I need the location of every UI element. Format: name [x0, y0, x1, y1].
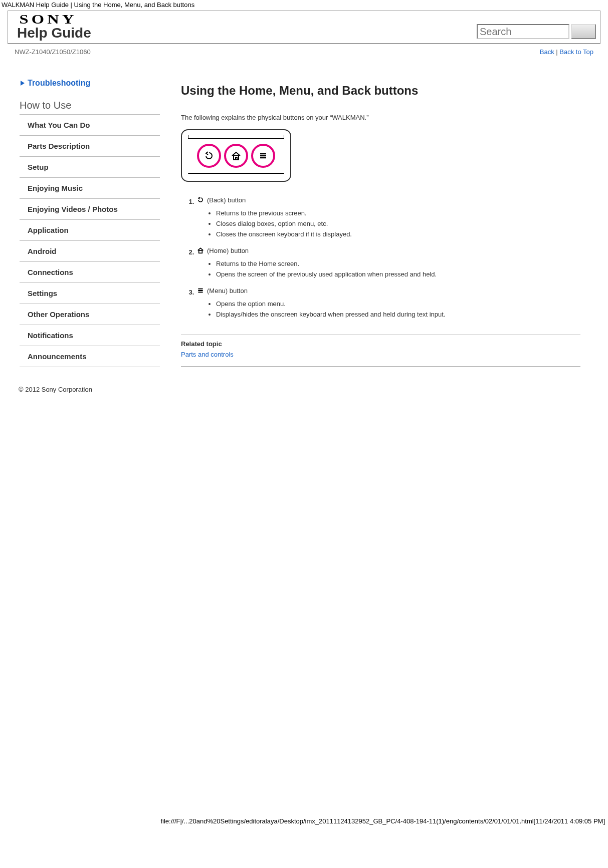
button-label: (Home) button [207, 247, 249, 254]
sidebar-item[interactable]: Settings [20, 283, 160, 304]
svg-rect-2 [236, 157, 237, 160]
sidebar-item[interactable]: Other Operations [20, 304, 160, 325]
sidebar-item[interactable]: Connections [20, 262, 160, 283]
sidebar: Troubleshooting How to Use What You Can … [13, 79, 160, 367]
sidebar-item[interactable]: Application [20, 220, 160, 241]
model-number: NWZ-Z1040/Z1050/Z1060 [15, 48, 91, 56]
sidebar-nav: What You Can Do Parts Description Setup … [20, 114, 160, 367]
sidebar-item[interactable]: Notifications [20, 325, 160, 346]
divider [181, 366, 580, 367]
sidebar-item[interactable]: Android [20, 241, 160, 262]
bullet: Returns to the Home screen. [216, 258, 580, 269]
intro-text: The following explains the physical butt… [181, 114, 580, 121]
button-label: (Menu) button [207, 287, 248, 295]
home-button-icon [224, 144, 248, 168]
copyright: © 2012 Sony Corporation [8, 372, 600, 393]
footer-path: file:///F|/...20and%20Settings/editorala… [160, 817, 605, 825]
bullet: Opens the screen of the previously used … [216, 269, 580, 279]
divider [181, 335, 580, 335]
sidebar-item[interactable]: Enjoying Videos / Photos [20, 199, 160, 220]
bullet: Returns to the previous screen. [216, 208, 580, 218]
sidebar-item[interactable]: Enjoying Music [20, 178, 160, 199]
sidebar-item[interactable]: Setup [20, 157, 160, 178]
back-to-top-link[interactable]: Back to Top [559, 48, 593, 56]
bullet: Closes dialog boxes, option menu, etc. [216, 218, 580, 229]
bullet: Opens the option menu. [216, 299, 580, 309]
related-topic-title: Related topic [181, 340, 580, 348]
list-item: (Back) button Returns to the previous sc… [196, 194, 580, 244]
svg-rect-6 [199, 250, 202, 253]
sidebar-item[interactable]: Parts Description [20, 136, 160, 157]
svg-marker-0 [21, 81, 25, 86]
bullet: Closes the onscreen keyboard if it is di… [216, 229, 580, 239]
related-link[interactable]: Parts and controls [181, 351, 234, 358]
separator: | [554, 48, 560, 56]
search-input[interactable] [477, 24, 569, 39]
article-title: Using the Home, Menu, and Back buttons [181, 84, 580, 98]
sidebar-item[interactable]: What You Can Do [20, 115, 160, 136]
browser-title: WALKMAN Help Guide | Using the Home, Men… [0, 0, 608, 9]
sidebar-item[interactable]: Announcements [20, 346, 160, 367]
menu-icon [196, 286, 205, 295]
device-illustration [181, 129, 291, 182]
troubleshooting-link[interactable]: Troubleshooting [20, 79, 160, 88]
search-button[interactable] [571, 24, 596, 39]
list-item: (Home) button Returns to the Home screen… [196, 244, 580, 284]
troubleshooting-label: Troubleshooting [28, 79, 90, 88]
header: SONY Help Guide [8, 11, 600, 44]
menu-button-icon [251, 144, 275, 168]
back-icon [196, 196, 205, 204]
sidebar-section-title: How to Use [20, 100, 160, 111]
button-label: (Back) button [207, 196, 246, 204]
home-icon [196, 246, 205, 254]
back-button-icon [197, 144, 221, 168]
back-link[interactable]: Back [540, 48, 554, 56]
list-item: (Menu) button Opens the option menu. Dis… [196, 284, 580, 325]
bullet: Displays/hides the onscreen keyboard whe… [216, 309, 580, 320]
chevron-right-icon [20, 80, 26, 86]
main-content: Using the Home, Menu, and Back buttons T… [160, 79, 600, 372]
